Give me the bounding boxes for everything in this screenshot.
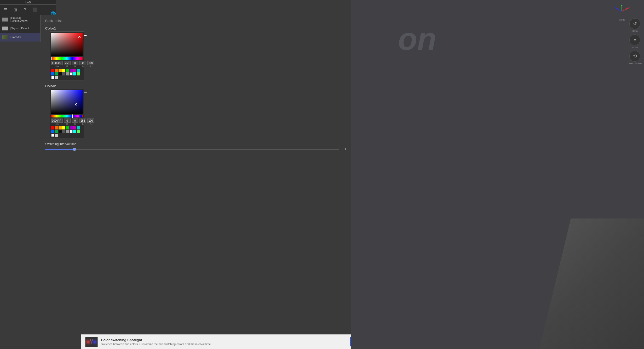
swatch[interactable]: [62, 69, 65, 72]
swatch[interactable]: [70, 130, 73, 133]
reset-position-label: reset position: [628, 62, 642, 65]
move-icon-group: ✦ move: [629, 34, 640, 49]
swatch[interactable]: [66, 130, 69, 133]
global-icon-label: global: [632, 30, 638, 32]
watermark-text: on: [398, 21, 436, 57]
global-icon-button[interactable]: ↺: [629, 18, 640, 29]
color2-picker: Hex R G B A: [50, 89, 84, 138]
color1-g-input[interactable]: [72, 61, 78, 65]
color1-a-label: A: [90, 65, 91, 68]
preview-thumbnail: [85, 337, 98, 347]
color2-r-input[interactable]: [64, 119, 71, 123]
swatch[interactable]: [77, 72, 80, 75]
interval-slider-thumb[interactable]: [73, 148, 76, 151]
swatch[interactable]: [77, 69, 80, 72]
color2-hue-indicator: [72, 114, 73, 118]
interval-section: Switching interval time 1: [41, 140, 351, 153]
color2-b-label: B: [82, 123, 84, 125]
interval-slider-track[interactable]: [45, 149, 339, 150]
color1-hue-indicator: [51, 57, 52, 60]
swatch[interactable]: [51, 130, 54, 133]
swatch[interactable]: [66, 126, 69, 129]
reset-icon-group: ⟲ reset position: [628, 51, 642, 65]
swatch[interactable]: [55, 72, 58, 75]
record-icon[interactable]: ⬛: [31, 6, 39, 14]
swatch[interactable]: [70, 72, 73, 75]
swatch[interactable]: [70, 69, 73, 72]
menu-icon[interactable]: ☰: [2, 6, 9, 14]
scene-item-ground[interactable]: [Ground] DefaultGround: [0, 15, 40, 24]
scene-item-swatch: [2, 17, 8, 22]
color2-a-input[interactable]: [87, 119, 94, 123]
color2-hue-bar[interactable]: [51, 115, 83, 117]
color1-g-label: G: [74, 65, 76, 68]
swatch[interactable]: [55, 126, 58, 129]
swatch[interactable]: [62, 126, 65, 129]
color1-r-input[interactable]: [64, 61, 71, 65]
scene-item-swatch: [2, 26, 8, 31]
swatch[interactable]: [77, 130, 80, 133]
swatch[interactable]: [66, 72, 69, 75]
color1-label: Color1: [41, 25, 351, 31]
color1-hue-bar[interactable]: [51, 57, 83, 60]
svg-text:X: X: [628, 7, 630, 9]
color2-hex-row: Hex R G B A: [51, 119, 83, 125]
swatch[interactable]: [77, 126, 80, 129]
swatch[interactable]: [51, 72, 54, 75]
move-icon-button[interactable]: ✦: [629, 34, 640, 45]
swatch[interactable]: [73, 69, 76, 72]
swatch[interactable]: [51, 126, 54, 129]
swatch[interactable]: [51, 76, 54, 79]
color1-a-input[interactable]: [87, 61, 94, 65]
swatch[interactable]: [73, 130, 76, 133]
swatch[interactable]: [51, 134, 54, 137]
move-icon-label: move: [632, 46, 638, 49]
swatch[interactable]: [59, 69, 62, 72]
3d-gizmo[interactable]: X Y Z Front: [614, 4, 630, 19]
color2-opacity-indicator: [84, 92, 87, 93]
color1-opacity-indicator: [84, 35, 87, 36]
color2-hex-input[interactable]: [51, 119, 63, 123]
back-to-list-link[interactable]: Back to list: [41, 15, 351, 25]
bottom-info: Color switching Spotlight Switches betwe…: [101, 338, 347, 346]
bottom-bar: Color switching Spotlight Switches betwe…: [81, 334, 392, 349]
reset-position-icon-button[interactable]: ⟲: [629, 51, 640, 62]
color1-hex-input[interactable]: [51, 61, 63, 65]
color2-gradient-field[interactable]: [51, 90, 83, 114]
viewport-area: on X Y Z Front ↺ global ✦ move: [351, 0, 644, 349]
swatch[interactable]: [73, 72, 76, 75]
swatch[interactable]: [73, 126, 76, 129]
swatch[interactable]: [66, 69, 69, 72]
scene-item-crocodile[interactable]: Crocodile: [0, 33, 40, 42]
swatch[interactable]: [59, 126, 62, 129]
color2-b-input[interactable]: [79, 119, 86, 123]
swatch[interactable]: [55, 76, 58, 79]
swatch[interactable]: [62, 130, 65, 133]
bottom-description: Switches between two colors. Customize t…: [101, 342, 347, 346]
color1-r-label: R: [66, 65, 68, 68]
swatch[interactable]: [62, 72, 65, 75]
color1-hex-label: Hex: [55, 65, 59, 68]
swatch[interactable]: [70, 126, 73, 129]
swatch[interactable]: [59, 130, 62, 133]
swatch[interactable]: [59, 72, 62, 75]
swatch[interactable]: [51, 69, 54, 72]
app-title: LAB: [25, 1, 31, 4]
help-icon[interactable]: ?: [21, 6, 29, 14]
scene-item-label: [Ground] DefaultGround: [10, 17, 38, 22]
swatch[interactable]: [55, 69, 58, 72]
scene-item-label: [Skybox] Default: [10, 27, 30, 30]
color1-crosshair: [78, 36, 80, 38]
color1-gradient-field[interactable]: [51, 33, 83, 56]
scene-item-skybox[interactable]: [Skybox] Default: [0, 24, 40, 33]
interval-slider-row: 1: [45, 147, 346, 151]
add-object-icon[interactable]: ⊞: [12, 6, 19, 14]
swatch[interactable]: [55, 130, 58, 133]
color2-g-label: G: [74, 123, 76, 125]
color1-b-input[interactable]: [79, 61, 86, 65]
color2-hex-label: Hex: [55, 123, 59, 125]
color2-a-label: A: [90, 123, 91, 125]
swatch[interactable]: [55, 134, 58, 137]
color2-g-input[interactable]: [72, 119, 78, 123]
color2-swatches: [51, 126, 83, 137]
